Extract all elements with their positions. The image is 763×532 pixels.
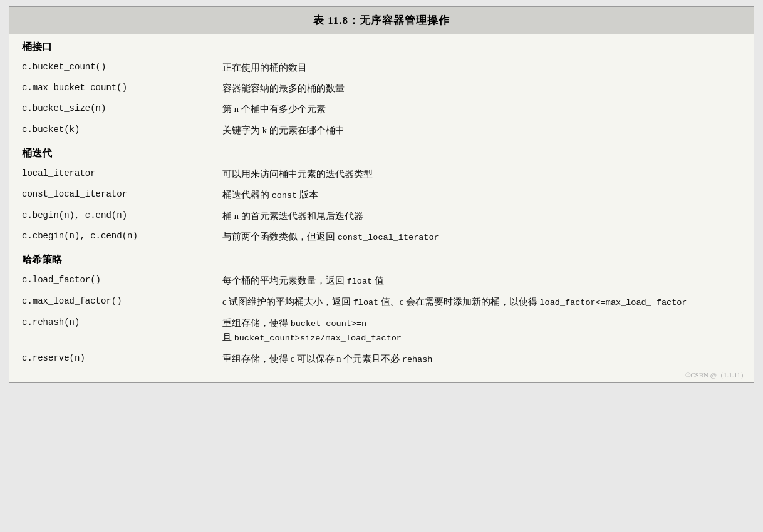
desc-cell: 可以用来访问桶中元素的迭代器类型 [222, 167, 741, 182]
desc-cell: c 试图维护的平均桶大小，返回 float 值。c 会在需要时添加新的桶，以使得… [222, 295, 741, 310]
table-row: c.bucket_count() 正在使用的桶的数目 [9, 58, 754, 78]
desc-cell: 每个桶的平均元素数量，返回 float 值 [222, 274, 741, 289]
code-cell: c.cbegin(n), c.cend(n) [22, 230, 222, 241]
inline-code: load_factor<=max_load_ factor [540, 298, 687, 307]
desc-cell: 重组存储，使得 c 可以保存 n 个元素且不必 rehash [222, 352, 741, 367]
inline-code: rehash [402, 355, 433, 364]
table-body: 桶接口 c.bucket_count() 正在使用的桶的数目 c.max_buc… [9, 34, 754, 382]
code-cell: const_local_iterator [22, 188, 222, 199]
main-table: 表 11.8：无序容器管理操作 桶接口 c.bucket_count() 正在使… [9, 6, 754, 383]
section-header-bucket-iteration: 桶迭代 [9, 141, 754, 164]
code-cell: c.max_load_factor() [22, 295, 222, 306]
table-row: c.bucket(k) 关键字为 k 的元素在哪个桶中 [9, 120, 754, 141]
desc-cell: 第 n 个桶中有多少个元素 [222, 102, 741, 116]
desc-cell: 容器能容纳的最多的桶的数量 [222, 81, 741, 96]
section-header-hash-policy: 哈希策略 [9, 247, 754, 270]
watermark: ©CSBN @（1.1.11） [9, 369, 754, 382]
code-cell: c.bucket(k) [22, 123, 222, 135]
table-row: c.max_bucket_count() 容器能容纳的最多的桶的数量 [9, 78, 754, 99]
code-cell: c.bucket_size(n) [22, 102, 222, 113]
desc-cell: 重组存储，使得 bucket_count>=n且 bucket_count>si… [222, 316, 741, 345]
desc-cell: 与前两个函数类似，但返回 const_local_iterator [222, 230, 741, 245]
inline-code: const_local_iterator [338, 233, 439, 242]
code-cell: c.rehash(n) [22, 316, 222, 327]
section-header-bucket-interface: 桶接口 [9, 34, 754, 58]
desc-cell: 正在使用的桶的数目 [222, 61, 741, 75]
inline-code: const [272, 191, 298, 200]
code-cell: c.reserve(n) [22, 352, 222, 363]
inline-code: bucket_count>size/max_load_factor [234, 334, 402, 343]
table-row: c.max_load_factor() c 试图维护的平均桶大小，返回 floa… [9, 292, 754, 313]
desc-cell: 桶迭代器的 const 版本 [222, 188, 741, 203]
table-row: c.load_factor() 每个桶的平均元素数量，返回 float 值 [9, 270, 754, 292]
table-row: const_local_iterator 桶迭代器的 const 版本 [9, 185, 754, 206]
code-cell: c.max_bucket_count() [22, 81, 222, 93]
code-cell: c.bucket_count() [22, 61, 222, 72]
inline-code: float [353, 298, 379, 307]
code-cell: c.begin(n), c.end(n) [22, 209, 222, 220]
table-row: c.rehash(n) 重组存储，使得 bucket_count>=n且 buc… [9, 313, 754, 349]
desc-cell: 关键字为 k 的元素在哪个桶中 [222, 123, 741, 138]
table-row: local_iterator 可以用来访问桶中元素的迭代器类型 [9, 164, 754, 185]
table-row: c.reserve(n) 重组存储，使得 c 可以保存 n 个元素且不必 reh… [9, 349, 754, 370]
code-cell: local_iterator [22, 167, 222, 178]
inline-code: bucket_count>=n [291, 319, 367, 329]
table-row: c.begin(n), c.end(n) 桶 n 的首元素迭代器和尾后迭代器 [9, 206, 754, 227]
table-row: c.cbegin(n), c.cend(n) 与前两个函数类似，但返回 cons… [9, 227, 754, 248]
inline-code: float [347, 277, 373, 286]
desc-cell: 桶 n 的首元素迭代器和尾后迭代器 [222, 209, 741, 223]
table-row: c.bucket_size(n) 第 n 个桶中有多少个元素 [9, 99, 754, 120]
code-cell: c.load_factor() [22, 274, 222, 285]
table-title: 表 11.8：无序容器管理操作 [9, 7, 754, 34]
